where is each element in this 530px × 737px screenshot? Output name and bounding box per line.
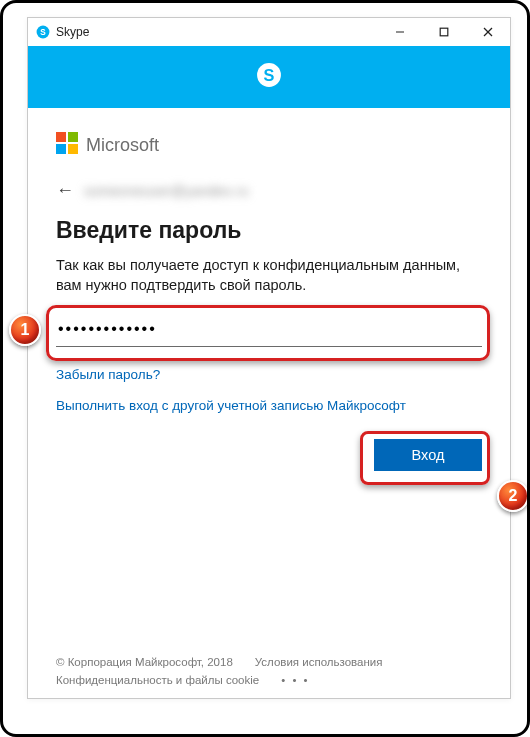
skype-icon: S (36, 25, 50, 39)
window-title: Skype (56, 25, 89, 39)
svg-rect-9 (68, 132, 78, 142)
svg-rect-11 (68, 144, 78, 154)
account-email: someoneuser@yandex.ru (84, 183, 249, 199)
maximize-button[interactable] (422, 18, 466, 46)
skype-logo-icon: S (256, 62, 282, 92)
footer: © Корпорация Майкрософт, 2018 Условия ис… (56, 650, 482, 686)
footer-more-button[interactable]: • • • (281, 674, 309, 686)
microsoft-logo: Microsoft (56, 132, 482, 158)
password-input[interactable] (56, 313, 482, 347)
page-description: Так как вы получаете доступ к конфиденци… (56, 256, 482, 295)
microsoft-label: Microsoft (86, 135, 159, 156)
footer-copyright: © Корпорация Майкрософт, 2018 (56, 656, 233, 668)
footer-privacy-link[interactable]: Конфиденциальность и файлы cookie (56, 674, 259, 686)
close-button[interactable] (466, 18, 510, 46)
skype-window: S Skype S (27, 17, 511, 699)
svg-rect-3 (440, 28, 448, 36)
identity-back-row[interactable]: ← someoneuser@yandex.ru (56, 180, 482, 201)
svg-rect-10 (56, 144, 66, 154)
microsoft-squares-icon (56, 132, 78, 158)
page-heading: Введите пароль (56, 217, 482, 244)
signin-button[interactable]: Вход (374, 439, 482, 471)
back-arrow-icon: ← (56, 180, 74, 201)
svg-rect-8 (56, 132, 66, 142)
footer-terms-link[interactable]: Условия использования (255, 656, 383, 668)
minimize-button[interactable] (378, 18, 422, 46)
auth-content: Microsoft ← someoneuser@yandex.ru Введит… (28, 108, 510, 471)
titlebar: S Skype (28, 18, 510, 46)
svg-text:S: S (40, 28, 46, 37)
skype-banner: S (28, 46, 510, 108)
tutorial-frame: S Skype S (0, 0, 530, 737)
forgot-password-link[interactable]: Забыли пароль? (56, 367, 482, 382)
svg-text:S: S (264, 66, 275, 84)
other-account-link[interactable]: Выполнить вход с другой учетной записью … (56, 398, 482, 413)
